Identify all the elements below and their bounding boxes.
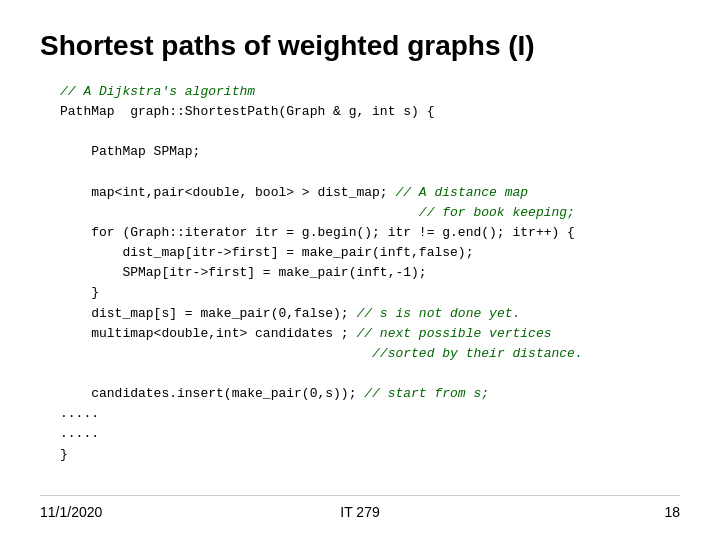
code-line <box>60 364 680 384</box>
code-text: // A distance map <box>395 185 528 200</box>
code-text: multimap<double,int> candidates ; <box>60 326 356 341</box>
code-line: SPMap[itr->first] = make_pair(inft,-1); <box>60 263 680 283</box>
code-line: ..... <box>60 424 680 444</box>
code-text: SPMap[itr->first] = make_pair(inft,-1); <box>60 265 427 280</box>
code-line: } <box>60 445 680 465</box>
slide-title: Shortest paths of weighted graphs (I) <box>40 30 680 62</box>
code-line: dist_map[s] = make_pair(0,false); // s i… <box>60 304 680 324</box>
code-text: ..... <box>60 426 99 441</box>
code-text: //sorted by their distance. <box>372 346 583 361</box>
code-line: multimap<double,int> candidates ; // nex… <box>60 324 680 344</box>
code-text: } <box>60 285 99 300</box>
code-text: // start from s; <box>364 386 489 401</box>
code-text: ..... <box>60 406 99 421</box>
code-text: // next possible vertices <box>356 326 551 341</box>
code-line: for (Graph::iterator itr = g.begin(); it… <box>60 223 680 243</box>
code-line: } <box>60 283 680 303</box>
code-text: } <box>60 447 68 462</box>
code-text: // s is not done yet. <box>356 306 520 321</box>
code-text: for (Graph::iterator itr = g.begin(); it… <box>60 225 575 240</box>
code-line <box>60 163 680 183</box>
footer-page: 18 <box>469 504 680 520</box>
code-line: // A Dijkstra's algorithm <box>60 82 680 102</box>
code-line <box>60 122 680 142</box>
code-line: ..... <box>60 404 680 424</box>
code-line: // for book keeping; <box>60 203 680 223</box>
code-line: PathMap graph::ShortestPath(Graph & g, i… <box>60 102 680 122</box>
code-text <box>60 205 419 220</box>
code-text: PathMap graph::ShortestPath(Graph & g, i… <box>60 104 434 119</box>
code-text: // for book keeping; <box>419 205 575 220</box>
code-line: //sorted by their distance. <box>60 344 680 364</box>
code-text: map<int,pair<double, bool> > dist_map; <box>60 185 395 200</box>
code-text: PathMap SPMap; <box>60 144 200 159</box>
slide: Shortest paths of weighted graphs (I) //… <box>0 0 720 540</box>
code-text: // A Dijkstra's algorithm <box>60 84 255 99</box>
footer-course: IT 279 <box>254 504 465 520</box>
code-text: dist_map[s] = make_pair(0,false); <box>60 306 356 321</box>
code-line: candidates.insert(make_pair(0,s)); // st… <box>60 384 680 404</box>
code-line: map<int,pair<double, bool> > dist_map; /… <box>60 183 680 203</box>
code-line: dist_map[itr->first] = make_pair(inft,fa… <box>60 243 680 263</box>
code-line: PathMap SPMap; <box>60 142 680 162</box>
footer: 11/1/2020 IT 279 18 <box>40 495 680 520</box>
code-text: dist_map[itr->first] = make_pair(inft,fa… <box>60 245 473 260</box>
code-text <box>60 346 372 361</box>
code-text: candidates.insert(make_pair(0,s)); <box>60 386 364 401</box>
footer-date: 11/1/2020 <box>40 504 251 520</box>
code-block: // A Dijkstra's algorithmPathMap graph::… <box>60 82 680 485</box>
